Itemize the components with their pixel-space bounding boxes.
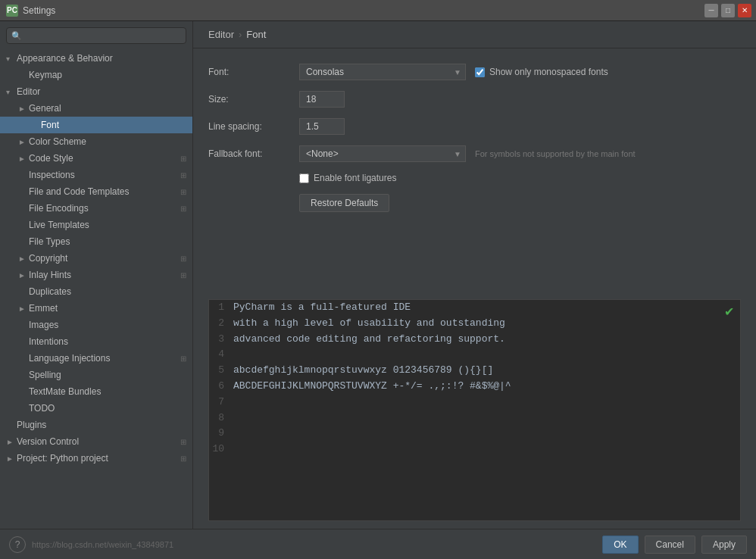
font-select-wrapper: Consolas Courier New DejaVu Sans Mono Fi…: [299, 64, 466, 80]
sidebar-item-emmet[interactable]: ►Emmet: [0, 300, 192, 317]
preview-content: 1 PyCharm is a full-featured IDE 2 with …: [209, 300, 740, 520]
sidebar-item-language-injections[interactable]: Language Injections⊞: [0, 350, 192, 367]
breadcrumb-current: Font: [246, 29, 266, 40]
ligatures-checkbox[interactable]: [299, 173, 309, 183]
sidebar-item-spelling[interactable]: Spelling: [0, 367, 192, 383]
nav-item-label: Font: [41, 120, 59, 130]
collapse-arrow: ►: [6, 438, 14, 446]
line-spacing-input[interactable]: [299, 118, 345, 135]
preview-line: 4: [209, 347, 740, 363]
sidebar-item-duplicates[interactable]: Duplicates: [0, 283, 192, 300]
monospaced-checkbox[interactable]: [475, 67, 485, 77]
restore-defaults-button[interactable]: Restore Defaults: [299, 194, 389, 212]
sidebar-item-todo[interactable]: TODO: [0, 400, 192, 417]
fallback-font-control-group: <None> ▼ For symbols not supported by th…: [299, 145, 636, 162]
window-controls: ─ □ ✕: [704, 4, 751, 17]
close-button[interactable]: ✕: [738, 4, 751, 17]
search-box[interactable]: 🔍: [6, 27, 186, 44]
line-text: [230, 426, 233, 442]
nav-item-label: Live Templates: [29, 220, 89, 230]
collapse-arrow: ►: [18, 304, 26, 313]
sidebar-item-intentions[interactable]: Intentions: [0, 333, 192, 350]
nav-item-label: Language Injections: [29, 353, 110, 364]
content-area: 🔍 ▾Appearance & Behavior Keymap▾Editor►G…: [0, 21, 756, 529]
badge-icon: ⊞: [180, 454, 186, 463]
line-number: 7: [209, 395, 230, 411]
preview-line: 2 with a high level of usability and out…: [209, 316, 740, 332]
sidebar-item-plugins[interactable]: Plugins: [0, 417, 192, 433]
preview-line: 6 ABCDEFGHIJKLMNOPQRSTUVWXYZ +-*/= .,;:!…: [209, 379, 740, 395]
collapse-arrow: ►: [18, 255, 26, 263]
monospaced-label: Show only monospaced fonts: [489, 67, 608, 77]
fallback-font-select[interactable]: <None>: [299, 145, 466, 162]
ligatures-label: Enable font ligatures: [314, 173, 396, 183]
minimize-button[interactable]: ─: [704, 4, 718, 17]
sidebar-item-images[interactable]: Images: [0, 317, 192, 333]
url-text: https://blog.csdn.net/weixin_43849871: [32, 540, 173, 549]
breadcrumb: Editor › Font: [193, 21, 756, 48]
fallback-font-select-wrapper: <None> ▼: [299, 145, 466, 162]
line-number: 4: [209, 347, 230, 363]
sidebar-item-appearance-behavior[interactable]: ▾Appearance & Behavior: [0, 50, 192, 67]
collapse-arrow: ►: [6, 454, 14, 463]
help-button[interactable]: ?: [9, 536, 26, 553]
collapse-arrow: ►: [18, 138, 26, 146]
nav-item-label: Editor: [17, 86, 40, 97]
sidebar-item-inspections[interactable]: Inspections⊞: [0, 167, 192, 183]
line-text: abcdefghijklmnopqrstuvwxyz 0123456789 ()…: [230, 363, 493, 379]
line-number: 6: [209, 379, 230, 395]
sidebar-item-general[interactable]: ►General: [0, 100, 192, 117]
size-input[interactable]: [299, 91, 345, 108]
line-number: 2: [209, 316, 230, 332]
nav-list: ▾Appearance & Behavior Keymap▾Editor►Gen…: [0, 50, 192, 467]
badge-icon: ⊞: [180, 155, 186, 163]
line-number: 5: [209, 363, 230, 379]
maximize-button[interactable]: □: [721, 4, 735, 17]
line-text: [230, 442, 233, 458]
sidebar-item-inlay-hints[interactable]: ►Inlay Hints⊞: [0, 267, 192, 283]
badge-icon: ⊞: [180, 255, 186, 263]
badge-icon: ⊞: [180, 271, 186, 280]
preview-checkmark: ✔: [724, 304, 734, 319]
nav-item-label: Inspections: [29, 170, 75, 180]
nav-item-label: TextMate Bundles: [29, 386, 101, 397]
breadcrumb-separator: ›: [239, 29, 242, 40]
monospaced-checkbox-row: Show only monospaced fonts: [475, 67, 608, 77]
sidebar: 🔍 ▾Appearance & Behavior Keymap▾Editor►G…: [0, 21, 193, 529]
badge-icon: ⊞: [180, 205, 186, 213]
line-text: advanced code editing and refactoring su…: [230, 332, 505, 348]
sidebar-item-font[interactable]: Font: [0, 117, 192, 133]
nav-item-label: File Types: [29, 236, 70, 247]
badge-icon: ⊞: [180, 438, 186, 446]
font-row: Font: Consolas Courier New DejaVu Sans M…: [208, 64, 741, 80]
sidebar-item-color-scheme[interactable]: ►Color Scheme: [0, 133, 192, 150]
search-icon: 🔍: [11, 31, 22, 41]
apply-button[interactable]: Apply: [701, 536, 747, 554]
line-text: ABCDEFGHIJKLMNOPQRSTUVWXYZ +-*/= .,;:!? …: [230, 379, 511, 395]
sidebar-item-file-types[interactable]: File Types: [0, 233, 192, 250]
line-text: [230, 347, 233, 363]
preview-line: 3 advanced code editing and refactoring …: [209, 332, 740, 348]
sidebar-item-copyright[interactable]: ►Copyright⊞: [0, 250, 192, 267]
cancel-button[interactable]: Cancel: [645, 536, 695, 554]
sidebar-item-file-encodings[interactable]: File Encodings⊞: [0, 200, 192, 217]
breadcrumb-parent: Editor: [208, 29, 234, 40]
search-input[interactable]: [25, 30, 181, 41]
sidebar-item-keymap[interactable]: Keymap: [0, 67, 192, 83]
sidebar-item-code-style[interactable]: ►Code Style⊞: [0, 150, 192, 167]
settings-content: Font: Consolas Courier New DejaVu Sans M…: [193, 48, 756, 299]
sidebar-item-project-python[interactable]: ►Project: Python project⊞: [0, 450, 192, 467]
line-number: 9: [209, 426, 230, 442]
nav-item-label: Emmet: [29, 303, 58, 314]
sidebar-item-textmate-bundles[interactable]: TextMate Bundles: [0, 383, 192, 400]
font-select[interactable]: Consolas Courier New DejaVu Sans Mono Fi…: [299, 64, 466, 80]
nav-item-label: TODO: [29, 403, 55, 414]
sidebar-item-live-templates[interactable]: Live Templates: [0, 217, 192, 233]
sidebar-item-version-control[interactable]: ►Version Control⊞: [0, 433, 192, 450]
line-number: 3: [209, 332, 230, 348]
sidebar-item-file-code-templates[interactable]: File and Code Templates⊞: [0, 183, 192, 200]
line-text: PyCharm is a full-featured IDE: [230, 300, 411, 316]
sidebar-item-editor[interactable]: ▾Editor: [0, 83, 192, 100]
ok-button[interactable]: OK: [602, 536, 638, 554]
line-spacing-label: Line spacing:: [208, 121, 299, 132]
